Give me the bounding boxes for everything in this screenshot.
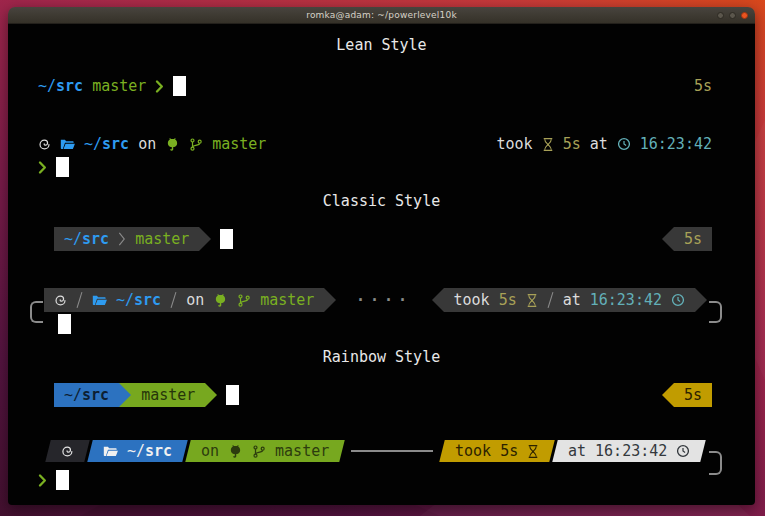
segment-dir-branch: ~/src master [54, 227, 199, 251]
terminal-cursor [220, 229, 233, 249]
dir-prefix: ~/ [116, 291, 134, 309]
clock-icon [671, 293, 685, 307]
segment-separator-slash-icon [547, 291, 554, 309]
powerline-arrow-icon [662, 227, 674, 251]
window-controls [717, 7, 748, 24]
segment-duration: 5s [674, 227, 712, 251]
hourglass-icon [527, 444, 539, 459]
powerline-left-segments: ~/src master [54, 383, 217, 407]
command-duration: 5s [684, 230, 702, 248]
segment-separator-slash-icon [76, 291, 83, 309]
folder-open-icon [60, 138, 75, 151]
dir-path: ~/src [64, 386, 109, 404]
os-logo-swirl-icon [54, 294, 67, 307]
terminal-cursor [173, 76, 186, 96]
github-octocat-icon [228, 444, 243, 458]
dir-prefix: ~/ [84, 135, 102, 153]
segment-dir: ~/src [54, 383, 119, 407]
rainbow-prompt-2-line-1: ~/src on master took 5s [48, 440, 703, 462]
dir-prefix: ~/ [127, 442, 145, 460]
segment-separator-chevron-icon [118, 230, 126, 248]
powerline-right-segments: took 5s at 16:23:42 [432, 288, 708, 312]
rainbow-prompt-1: ~/src master 5s [38, 383, 712, 407]
clock-icon [676, 444, 690, 458]
classic-prompt-2-line-1: ~/src on master ···· took 5s [44, 288, 707, 312]
current-time: 16:23:42 [640, 135, 712, 153]
lean-prompt-1: ~/src master 5s [38, 74, 712, 98]
current-time: 16:23:42 [590, 291, 662, 309]
section-title-lean: Lean Style [8, 36, 755, 54]
hourglass-icon [542, 137, 554, 152]
folder-open-icon [92, 294, 107, 307]
powerline-arrow-icon [199, 227, 211, 251]
terminal-window: romka@adam: ~/powerlevel10k Lean Style ~… [8, 7, 755, 505]
os-logo-swirl-icon [38, 138, 51, 151]
powerline-left-segments: ~/src master [54, 227, 211, 251]
close-icon[interactable] [741, 12, 748, 19]
maximize-icon[interactable] [729, 12, 736, 19]
prompt-frame-line [351, 450, 432, 452]
rainbow-prompt-2-line-2 [38, 467, 712, 493]
titlebar[interactable]: romka@adam: ~/powerlevel10k [8, 7, 755, 24]
classic-prompt-2-line-2 [38, 312, 712, 336]
at-label: at [590, 135, 608, 153]
segment-duration: took 5s [439, 440, 555, 462]
segment-duration-time: took 5s at 16:23:42 [444, 288, 696, 312]
dir-path: ~/src [127, 442, 172, 460]
powerline-right-segments: 5s [662, 227, 712, 251]
folder-open-icon [103, 445, 118, 458]
chevron-right-icon [38, 160, 47, 175]
terminal-content[interactable]: Lean Style ~/src master 5s ~/src on mast… [8, 24, 755, 505]
segment-os [45, 440, 89, 462]
terminal-cursor [226, 385, 239, 405]
command-duration: 5s [684, 386, 702, 404]
git-branch-icon [189, 137, 203, 152]
window-title: romka@adam: ~/powerlevel10k [306, 10, 457, 20]
powerline-arrow-icon [662, 383, 674, 407]
classic-prompt-1: ~/src master 5s [38, 227, 712, 251]
minimize-icon[interactable] [717, 12, 724, 19]
powerline-arrow-icon [119, 383, 131, 407]
prompt-gap-dots: ···· [345, 291, 422, 309]
segment-branch: master [131, 383, 205, 407]
dir-name: src [145, 442, 172, 460]
powerline-arrow-icon [324, 288, 336, 312]
powerline-left-segments: ~/src on master [44, 288, 336, 312]
took-label: took [454, 291, 490, 309]
hourglass-icon [526, 293, 538, 308]
segment-os-dir-branch: ~/src on master [44, 288, 324, 312]
dir-path: ~/src [38, 77, 83, 95]
on-label: on [138, 135, 156, 153]
clock-icon [617, 137, 631, 151]
desktop-background: romka@adam: ~/powerlevel10k Lean Style ~… [0, 0, 765, 516]
powerline-left-segments: ~/src on master [48, 440, 342, 462]
terminal-cursor [56, 470, 69, 490]
segment-branch: on master [185, 440, 345, 462]
dir-prefix: ~/ [64, 230, 82, 248]
git-branch-name: master [260, 291, 314, 309]
on-label: on [186, 291, 204, 309]
git-branch-name: master [141, 386, 195, 404]
command-duration: 5s [694, 77, 712, 95]
chevron-right-icon [38, 473, 47, 488]
terminal-cursor [58, 314, 71, 334]
segment-time: at 16:23:42 [552, 440, 706, 462]
dir-path: ~/src [116, 291, 161, 309]
powerline-arrow-icon [695, 288, 707, 312]
segment-separator-slash-icon [170, 291, 177, 309]
command-duration: 5s [500, 442, 518, 460]
segment-duration: 5s [674, 383, 712, 407]
dir-name: src [134, 291, 161, 309]
lean-prompt-2-line-1: ~/src on master took 5s at 16:23:42 [38, 132, 712, 156]
git-branch-icon [252, 444, 266, 459]
dir-path: ~/src [84, 135, 129, 153]
os-logo-swirl-icon [61, 445, 74, 458]
at-label: at [568, 442, 586, 460]
git-branch-icon [237, 293, 251, 308]
dir-prefix: ~/ [64, 386, 82, 404]
dir-name: src [82, 386, 109, 404]
dir-name: src [56, 77, 83, 95]
dir-prefix: ~/ [38, 77, 56, 95]
dir-path: ~/src [64, 230, 109, 248]
powerline-arrow-icon [432, 288, 444, 312]
